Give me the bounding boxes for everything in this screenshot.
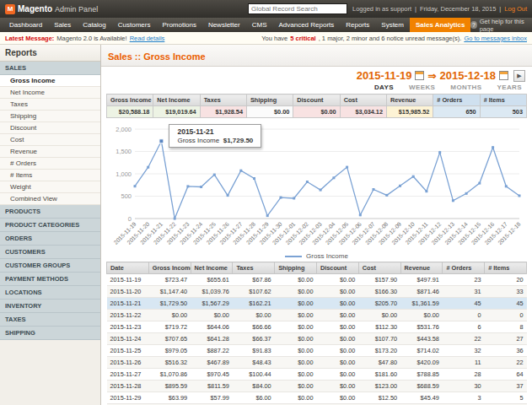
date-to[interactable]: 2015-12-18 [440,69,497,82]
report-cell: $0.00 [316,286,358,298]
calendar-icon[interactable] [415,71,424,80]
sidebar-item-weight[interactable]: Weight [0,181,100,193]
current-date: Friday, December 18, 2015 [420,5,496,13]
latest-message: Latest Message: Magento 2.0 is Available… [5,35,164,42]
report-cell: 2015-11-21 [107,298,149,310]
sidebar-item-shipping[interactable]: Shipping [0,111,100,122]
help-link[interactable]: ? Get help for this page [470,18,529,32]
nav-item-catalog[interactable]: Catalog [77,18,112,32]
messages-inbox-link[interactable]: Go to messages inbox [464,35,527,42]
sidebar-item-gross-income[interactable]: Gross Income [0,75,100,87]
report-cell: 32 [443,345,485,357]
latest-message-label: Latest Message: [5,35,54,42]
summary-table: Gross IncomeNet IncomeTaxesShippingDisco… [106,94,527,118]
sidebar-section-locations[interactable]: LOCATIONS [0,286,100,300]
report-cell: $57.99 [191,392,233,404]
report-cell: $811.59 [191,381,233,392]
critical-count: 5 critical [290,35,315,42]
sidebar-section-sales[interactable]: SALES [0,62,100,75]
nav-item-reports[interactable]: Reports [340,18,375,32]
nav-item-promotions[interactable]: Promotions [156,18,202,32]
sidebar-item-revenue[interactable]: Revenue [0,146,100,158]
sidebar-item-combined-view[interactable]: Combined View [0,193,100,205]
report-cell: $0.00 [316,274,358,286]
report-column-header: Discount [316,262,358,274]
period-tab-weeks[interactable]: WEEKS [409,84,435,91]
range-row: 2015-11-19 ⇒ 2015-12-18 ▶ DAYSWEEKSMONTH… [101,67,532,94]
report-table-row: 2015-11-26$516.32$467.89$48.43$0.00$0.00… [107,357,527,369]
magento-logo[interactable]: M Magento Admin Panel [5,4,98,14]
report-cell: 30 [443,381,485,392]
report-cell: $173.20 [358,345,400,357]
sidebar-item-net-income[interactable]: Net Income [0,87,100,99]
report-cell: 2015-11-22 [107,310,149,321]
main-panel: Sales :: Gross Income 2015-11-19 ⇒ 2015-… [101,45,532,405]
date-from[interactable]: 2015-11-19 [357,69,412,82]
read-details-link[interactable]: Read details [130,35,165,42]
report-cell: $788.85 [400,369,443,381]
report-cell: 2015-11-28 [107,381,149,392]
nav-item-system[interactable]: System [375,18,410,32]
report-cell: $0.00 [275,357,317,369]
report-cell: $66.37 [233,333,275,345]
report-cell: 2015-11-25 [107,345,149,357]
report-cell: 23 [443,274,485,286]
nav-item-sales[interactable]: Sales [48,18,77,32]
summary-value-row: $20,588.18$19,019.64$1,928.54$0.00$0.00$… [107,106,527,118]
nav-item-sales-analytics[interactable]: Sales Analytics [410,18,470,32]
period-tab-years[interactable]: YEARS [497,84,522,91]
sidebar-section-inventory[interactable]: INVENTORY [0,300,100,313]
sidebar-section-orders[interactable]: ORDERS [0,232,100,246]
sidebar-item-orders[interactable]: # Orders [0,158,100,170]
report-table-row: 2015-11-22$0.00$0.00$0.00$0.00$0.00$0.00… [107,310,527,321]
sidebar-item-items[interactable]: # Items [0,170,100,181]
report-table-header-row: DateGross IncomeNet IncomeTaxesShippingD… [107,262,527,274]
calendar-icon[interactable] [499,71,508,80]
logout-link[interactable]: Log Out [504,5,527,13]
report-cell: 0 [485,310,527,321]
period-tab-days[interactable]: DAYS [374,84,394,91]
sidebar-section-taxes[interactable]: TAXES [0,313,100,327]
report-cell: 2015-11-23 [107,321,149,333]
report-cell: $641.28 [191,333,233,345]
sidebar-section-products[interactable]: PRODUCTS [0,205,100,219]
report-cell: $0.00 [316,321,358,333]
report-cell: $0.00 [275,345,317,357]
sidebar-section-shipping[interactable]: SHIPPING [0,327,100,340]
next-period-button[interactable]: ▶ [513,70,525,82]
report-cell: 2015-11-24 [107,333,149,345]
report-cell: $0.00 [400,310,443,321]
summary-value: $19,019.64 [153,106,200,118]
summary-header: # Orders [433,94,480,106]
report-table-body: 2015-11-19$723.47$655.61$67.86$0.00$0.00… [107,274,527,405]
report-cell: $6.00 [233,392,275,404]
report-cell: $47.80 [358,357,400,369]
report-cell: $0.00 [316,392,358,404]
sidebar-section-customers[interactable]: CUSTOMERS [0,246,100,259]
range-arrow-icon: ⇒ [427,70,436,82]
nav-item-dashboard[interactable]: Dashboard [3,18,48,32]
separator: | [415,5,416,13]
report-cell: $0.00 [316,298,358,310]
nav-item-cms[interactable]: CMS [246,18,273,32]
report-cell: 22 [443,333,485,345]
report-table-row: 2015-11-27$1,070.86$970.45$100.44$0.00$0… [107,369,527,381]
period-tab-months[interactable]: MONTHS [450,84,481,91]
sidebar-section-payment-methods[interactable]: PAYMENT METHODS [0,273,100,286]
nav-item-advanced-reports[interactable]: Advanced Reports [272,18,340,32]
tooltip-date: 2015-11-21 [177,127,253,136]
report-table-row: 2015-11-21$1,729.50$1,567.29$162.21$0.00… [107,298,527,310]
global-search-input[interactable] [248,3,347,14]
sidebar-section-customer-groups[interactable]: CUSTOMER GROUPS [0,259,100,273]
report-table-row: 2015-11-25$979.05$887.22$91.83$0.00$0.00… [107,345,527,357]
report-cell: $166.30 [358,286,400,298]
report-cell: 8 [485,321,527,333]
sidebar-item-discount[interactable]: Discount [0,122,100,134]
sidebar-item-cost[interactable]: Cost [0,134,100,146]
sidebar-item-taxes[interactable]: Taxes [0,99,100,111]
nav-item-newsletter[interactable]: Newsletter [202,18,246,32]
report-cell: 0 [443,310,485,321]
report-cell: $644.06 [191,321,233,333]
sidebar-section-product-categories[interactable]: PRODUCT CATEGORIES [0,219,100,232]
nav-item-customers[interactable]: Customers [112,18,157,32]
